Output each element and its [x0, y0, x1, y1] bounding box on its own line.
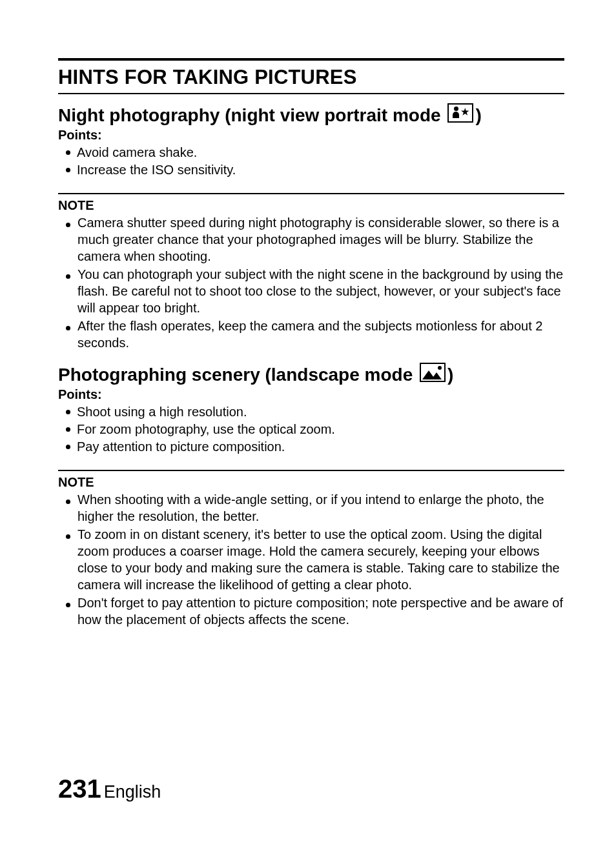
page: HINTS FOR TAKING PICTURES Night photogra…: [0, 0, 616, 868]
list-item: Avoid camera shake.: [66, 144, 564, 161]
section-1-heading-pre: Night photography (night view portrait m…: [58, 105, 446, 125]
section-2-note-list: When shooting with a wide-angle setting,…: [66, 491, 564, 629]
page-number: 231: [58, 774, 101, 803]
list-item: Don't forget to pay attention to picture…: [66, 594, 564, 629]
page-language: English: [104, 782, 161, 802]
list-item: Shoot using a high resolution.: [66, 403, 564, 421]
section-2-heading-post: ): [447, 365, 453, 385]
landscape-mode-icon: [420, 363, 446, 382]
page-title: HINTS FOR TAKING PICTURES: [58, 66, 564, 89]
section-2-heading-pre: Photographing scenery (landscape mode: [58, 365, 418, 385]
section-1-heading-post: ): [475, 105, 481, 125]
list-item: For zoom photography, use the optical zo…: [66, 421, 564, 438]
list-item: Pay attention to picture composition.: [66, 438, 564, 456]
list-item: You can photograph your subject with the…: [66, 266, 564, 318]
night-portrait-mode-icon: ★: [447, 103, 473, 123]
title-rule-thin: [58, 93, 564, 94]
section-2-heading: Photographing scenery (landscape mode ): [58, 363, 564, 386]
list-item: To zoom in on distant scenery, it's bett…: [66, 526, 564, 594]
page-footer: 231English: [58, 774, 161, 803]
list-item: Camera shutter speed during night photog…: [66, 214, 564, 266]
section-1-points-list: Avoid camera shake. Increase the ISO sen…: [66, 144, 564, 179]
section-1-note-list: Camera shutter speed during night photog…: [66, 214, 564, 352]
section-1-heading: Night photography (night view portrait m…: [58, 103, 564, 126]
list-item: After the flash operates, keep the camer…: [66, 318, 564, 352]
section-2-points-list: Shoot using a high resolution. For zoom …: [66, 403, 564, 456]
section-1-points-label: Points:: [58, 128, 564, 143]
section-1-note-label: NOTE: [58, 198, 564, 213]
section-2-points-label: Points:: [58, 387, 564, 402]
section-2-note-label: NOTE: [58, 475, 564, 490]
list-item: Increase the ISO sensitivity.: [66, 161, 564, 179]
section-1-note-separator: [58, 193, 564, 194]
top-rule-thick: [58, 58, 564, 61]
section-2-note-separator: [58, 470, 564, 471]
list-item: When shooting with a wide-angle setting,…: [66, 491, 564, 526]
